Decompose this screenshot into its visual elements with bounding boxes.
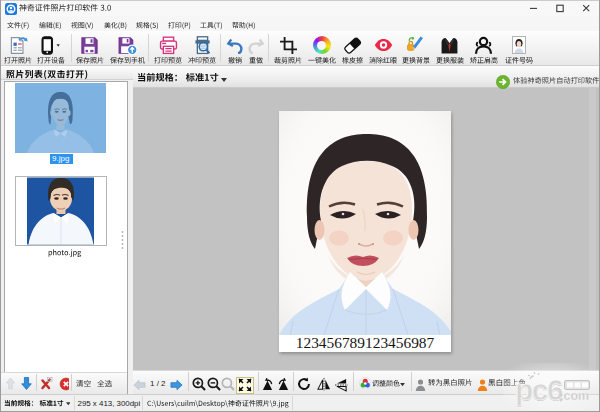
- svg-text:.com: .com: [560, 389, 589, 403]
- svg-text:pc6: pc6: [515, 373, 563, 406]
